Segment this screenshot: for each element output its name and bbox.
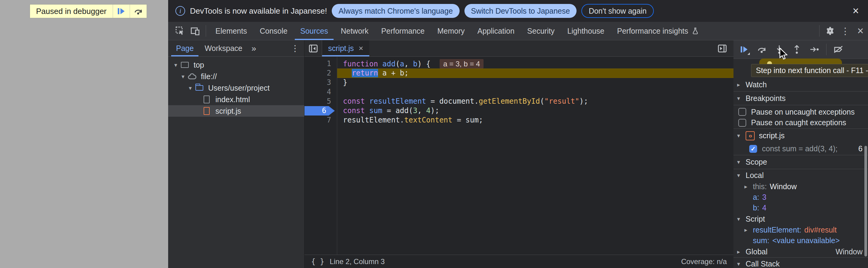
sources-panel: Page Workspace » ⋮ ▾ top ▾ [168, 40, 868, 268]
tab-performance-insights[interactable]: Performance insights [611, 22, 706, 40]
tree-item-index-html[interactable]: index.html [168, 94, 304, 105]
paused-in-debugger-banner: Paused in debugger [30, 4, 147, 18]
tab-network[interactable]: Network [335, 22, 375, 40]
navigator-tab-workspace[interactable]: Workspace [199, 40, 248, 56]
scope-script-header[interactable]: ▾ Script [734, 213, 868, 225]
tab-application[interactable]: Application [471, 22, 521, 40]
cloud-icon [188, 73, 197, 80]
sidebar-scrollbar[interactable] [864, 146, 867, 257]
infobar-close-button[interactable]: × [851, 5, 861, 17]
step-out-button[interactable] [788, 42, 805, 57]
coverage-status: Coverage: n/a [681, 258, 727, 266]
pause-caught-checkbox[interactable] [738, 119, 746, 127]
tab-lighthouse[interactable]: Lighthouse [561, 22, 611, 40]
step-button[interactable] [806, 42, 823, 57]
step-icon [809, 44, 819, 54]
dont-show-again-button[interactable]: Don't show again [581, 4, 654, 18]
tab-memory[interactable]: Memory [431, 22, 471, 40]
code-line-2: return a + b; [343, 68, 409, 78]
gutter-divider [337, 57, 337, 255]
debugger-toolbar [734, 40, 868, 59]
editor-tab-script-js[interactable]: script.js × [322, 40, 369, 56]
experiment-flask-icon [691, 27, 699, 35]
pretty-print-icon[interactable]: { } [311, 258, 324, 266]
navigator-tab-page[interactable]: Page [170, 40, 199, 56]
line-number[interactable]: 4 [305, 87, 331, 97]
step-over-button[interactable] [753, 42, 770, 57]
step-out-icon [792, 44, 802, 54]
cursor-position: Line 2, Column 3 [330, 258, 384, 266]
switch-to-japanese-button[interactable]: Switch DevTools to Japanese [464, 4, 577, 18]
step-over-button-banner[interactable] [130, 4, 147, 18]
editor-status-bar: { } Line 2, Column 3 Coverage: n/a [305, 255, 734, 268]
scope-this-row[interactable]: ▸ this: Window [734, 181, 868, 192]
line-number[interactable]: 1 [305, 59, 331, 68]
tab-sources[interactable]: Sources [294, 22, 335, 40]
tab-console[interactable]: Console [253, 22, 294, 40]
tab-elements[interactable]: Elements [209, 22, 253, 40]
tree-item-script-js[interactable]: script.js [168, 105, 304, 117]
toolbar-right-controls: ⋮ × [816, 24, 868, 38]
tree-item-file-origin[interactable]: ▾ file:// [168, 71, 304, 82]
folder-icon [195, 85, 204, 91]
scope-section-header[interactable]: ▾ Scope [734, 155, 868, 169]
line-number[interactable]: 3 [305, 78, 331, 87]
navigator-header: Page Workspace » ⋮ [168, 40, 304, 57]
scope-global-row[interactable]: ▸ Global Window [734, 246, 868, 258]
scope-local-header[interactable]: ▾ Local [734, 169, 868, 181]
expand-arrow[interactable]: ▾ [172, 62, 180, 68]
close-devtools-button[interactable]: × [853, 24, 868, 38]
always-match-language-button[interactable]: Always match Chrome's language [332, 4, 459, 18]
editor-tab-bar: script.js × [305, 40, 734, 57]
code-line-5: const resultElement = document.getElemen… [343, 97, 588, 106]
collapse-right-panel-icon [717, 43, 727, 54]
breakpoint-marker-line-6[interactable]: 6 [305, 106, 335, 116]
resume-script-button[interactable] [113, 4, 130, 18]
pause-uncaught-checkbox[interactable] [738, 108, 746, 116]
code-area[interactable]: 1 2 3 4 5 6 7 function add(a, b) {a = 3,… [305, 57, 734, 255]
devtools-main-toolbar: Elements Console Sources Network Perform… [168, 22, 868, 40]
breakpoint-entry-row[interactable]: ✓ const sum = add(3, 4); 6 [734, 143, 868, 155]
line-number[interactable]: 2 [305, 68, 331, 78]
scope-a-row[interactable]: a: 3 [734, 192, 868, 203]
deactivate-breakpoints-button[interactable] [830, 42, 846, 57]
close-tab-icon[interactable]: × [359, 44, 363, 53]
paused-banner-label: Paused in debugger [30, 4, 113, 18]
global-value: Window [836, 247, 864, 256]
language-infobar: i DevTools is now available in Japanese!… [168, 0, 868, 22]
breakpoints-section-header[interactable]: ▾ Breakpoints [734, 92, 868, 105]
tree-item-project-folder[interactable]: ▾ Users/user/project [168, 82, 304, 94]
expand-arrow[interactable]: ▾ [186, 85, 194, 92]
call-stack-section-header[interactable]: ▾ Call Stack [734, 258, 868, 268]
tab-performance[interactable]: Performance [375, 22, 431, 40]
tab-security[interactable]: Security [521, 22, 561, 40]
toggle-debugger-sidebar-button[interactable] [713, 40, 731, 56]
step-into-button[interactable] [771, 42, 787, 57]
line-number[interactable]: 7 [305, 116, 331, 125]
pause-on-caught-row[interactable]: Pause on caught exceptions [734, 117, 868, 129]
more-options-button[interactable]: ⋮ [838, 24, 853, 38]
resume-script-execution-button[interactable] [736, 42, 752, 57]
device-toolbar-button[interactable] [188, 24, 203, 38]
watch-section-header[interactable]: ▸ Watch [734, 78, 868, 92]
expand-arrow[interactable]: ▾ [179, 73, 187, 80]
scope-result-element-row[interactable]: ▸ resultElement: div#result [734, 225, 868, 235]
code-line-6: const sum = add(3, 4); [343, 106, 439, 116]
device-toolbar-icon [190, 26, 200, 36]
code-line-7: resultElement.textContent = sum; [343, 116, 483, 125]
tree-item-top[interactable]: ▾ top [168, 59, 304, 71]
navigator-more-options-button[interactable]: ⋮ [286, 43, 304, 53]
toggle-navigator-sidebar-button[interactable] [305, 40, 322, 56]
inspect-element-button[interactable] [173, 24, 188, 38]
scope-sum-row[interactable]: sum: <value unavailable> [734, 235, 868, 246]
inline-variable-values: a = 3, b = 4 [440, 59, 484, 68]
settings-button[interactable] [823, 24, 838, 38]
pause-on-uncaught-row[interactable]: Pause on uncaught exceptions [734, 105, 868, 117]
scope-b-row[interactable]: b: 4 [734, 203, 868, 213]
breakpoint-enabled-checkbox[interactable]: ✓ [749, 145, 757, 153]
more-tabs-chevron[interactable]: » [248, 44, 260, 53]
line-number[interactable]: 5 [305, 97, 331, 106]
frame-icon [180, 62, 189, 68]
breakpoint-group-script-js[interactable]: ▾ ‹› script.js [734, 129, 868, 143]
collapse-left-panel-icon [308, 43, 318, 54]
